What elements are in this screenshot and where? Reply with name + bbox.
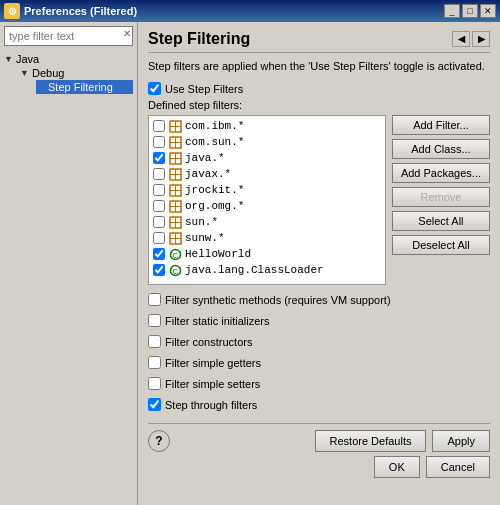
app-icon: ⚙ — [4, 3, 20, 19]
filter-item[interactable]: java.* — [151, 150, 383, 166]
apply-button[interactable]: Apply — [432, 430, 490, 452]
filter-item[interactable]: Cjava.lang.ClassLoader — [151, 262, 383, 278]
bottom-option-row: Filter simple getters — [148, 356, 490, 369]
use-step-filters-label: Use Step Filters — [165, 83, 243, 95]
bottom-bar-right: Restore Defaults Apply — [315, 430, 490, 452]
tree-item-debug[interactable]: ▼ Debug — [20, 66, 133, 80]
bottom-option-label: Filter synthetic methods (requires VM su… — [165, 294, 391, 306]
filter-box: ✕ — [4, 26, 133, 46]
filter-item[interactable]: sunw.* — [151, 230, 383, 246]
filter-item[interactable]: com.ibm.* — [151, 118, 383, 134]
close-button[interactable]: ✕ — [480, 4, 496, 18]
bottom-option-row: Filter constructors — [148, 335, 490, 348]
panel-title-row: Step Filtering ◀ ▶ — [148, 30, 490, 53]
use-step-filters-checkbox[interactable] — [148, 82, 161, 95]
nav-forward-button[interactable]: ▶ — [472, 31, 490, 47]
minimize-button[interactable]: _ — [444, 4, 460, 18]
filter-input[interactable] — [4, 26, 133, 46]
svg-text:C: C — [172, 267, 178, 276]
bottom-option-label: Step through filters — [165, 399, 257, 411]
cancel-button[interactable]: Cancel — [426, 456, 490, 478]
nav-arrows: ◀ ▶ — [452, 31, 490, 47]
nav-back-button[interactable]: ◀ — [452, 31, 470, 47]
bottom-option-label: Filter constructors — [165, 336, 252, 348]
filter-item[interactable]: sun.* — [151, 214, 383, 230]
add-class-button[interactable]: Add Class... — [392, 139, 490, 159]
svg-text:C: C — [172, 251, 178, 260]
filters-area: com.ibm.*com.sun.*java.*javax.*jrockit.*… — [148, 115, 490, 285]
use-step-filters-row: Use Step Filters — [148, 82, 490, 95]
ok-cancel-row: OK Cancel — [148, 452, 490, 478]
add-filter-button[interactable]: Add Filter... — [392, 115, 490, 135]
right-panel: Step Filtering ◀ ▶ Step filters are appl… — [138, 22, 500, 505]
window-controls: _ □ ✕ — [444, 4, 496, 18]
bottom-option-row: Filter synthetic methods (requires VM su… — [148, 293, 490, 306]
defined-filters-label: Defined step filters: — [148, 99, 490, 111]
filter-item[interactable]: org.omg.* — [151, 198, 383, 214]
filter-item[interactable]: javax.* — [151, 166, 383, 182]
filter-item[interactable]: jrockit.* — [151, 182, 383, 198]
bottom-option-label: Filter simple setters — [165, 378, 260, 390]
ok-button[interactable]: OK — [374, 456, 420, 478]
title-bar: ⚙ Preferences (Filtered) _ □ ✕ — [0, 0, 500, 22]
select-all-button[interactable]: Select All — [392, 211, 490, 231]
bottom-options: Filter synthetic methods (requires VM su… — [148, 293, 490, 415]
maximize-button[interactable]: □ — [462, 4, 478, 18]
bottom-bar: ? Restore Defaults Apply — [148, 423, 490, 452]
restore-defaults-button[interactable]: Restore Defaults — [315, 430, 427, 452]
filters-list[interactable]: com.ibm.*com.sun.*java.*javax.*jrockit.*… — [148, 115, 386, 285]
description-text: Step filters are applied when the 'Use S… — [148, 59, 490, 74]
remove-button[interactable]: Remove — [392, 187, 490, 207]
filter-buttons: Add Filter... Add Class... Add Packages.… — [392, 115, 490, 285]
filter-item[interactable]: com.sun.* — [151, 134, 383, 150]
filter-item[interactable]: CHelloWorld — [151, 246, 383, 262]
bottom-option-label: Filter simple getters — [165, 357, 261, 369]
add-packages-button[interactable]: Add Packages... — [392, 163, 490, 183]
bottom-option-row: Filter static initializers — [148, 314, 490, 327]
window-body: ✕ ▼ Java ▼ Debug Step Filtering — [0, 22, 500, 505]
help-button[interactable]: ? — [148, 430, 170, 452]
bottom-option-row: Filter simple setters — [148, 377, 490, 390]
tree-item-step-filtering[interactable]: Step Filtering — [36, 80, 133, 94]
bottom-option-label: Filter static initializers — [165, 315, 270, 327]
panel-title-text: Step Filtering — [148, 30, 250, 48]
left-panel: ✕ ▼ Java ▼ Debug Step Filtering — [0, 22, 138, 505]
window-title: Preferences (Filtered) — [24, 5, 137, 17]
tree-area: ▼ Java ▼ Debug Step Filtering — [0, 50, 137, 505]
tree-item-java[interactable]: ▼ Java — [4, 52, 133, 66]
deselect-all-button[interactable]: Deselect All — [392, 235, 490, 255]
bottom-option-row: Step through filters — [148, 398, 490, 411]
filter-clear-icon[interactable]: ✕ — [123, 28, 131, 39]
